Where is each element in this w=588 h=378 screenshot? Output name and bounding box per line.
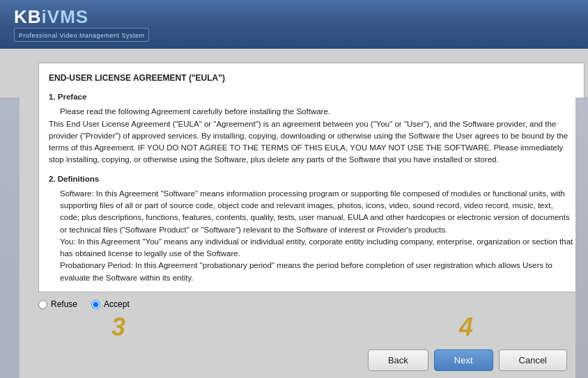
eula-section-2: 2. Definitions Software: In this Agreeme… — [49, 173, 574, 284]
logo-kb: KB — [14, 6, 42, 27]
step-3-number: 3 — [111, 313, 125, 342]
radio-group: Refuse Accept — [38, 299, 130, 309]
eula-section-2-p2: You: In this Agreement "You" means any i… — [60, 236, 574, 260]
content-wrapper: END-USER LICENSE AGREEMENT ("EULA") 1. P… — [24, 63, 571, 368]
side-decoration-left — [0, 97, 20, 378]
side-decoration-right — [575, 97, 588, 378]
logo-ivms: iVMS — [42, 6, 89, 27]
logo-subtitle: Professional Video Management System — [19, 32, 144, 39]
step-4-number: 4 — [459, 313, 473, 342]
accept-radio[interactable] — [91, 300, 100, 309]
eula-section-1-p1: Please read the following Agreement care… — [60, 106, 574, 118]
refuse-label: Refuse — [51, 299, 77, 309]
logo-subtitle-badge: Professional Video Management System — [14, 28, 149, 42]
accept-option[interactable]: Accept — [91, 299, 130, 309]
bottom-button-bar: Back Next Cancel — [368, 349, 567, 371]
accept-label: Accept — [104, 299, 130, 309]
eula-section-2-heading: 2. Definitions — [49, 173, 574, 185]
eula-section-2-p3: Probationary Period: In this Agreement "… — [60, 260, 574, 284]
eula-section-1: 1. Preface Please read the following Agr… — [49, 91, 574, 166]
main-content: END-USER LICENSE AGREEMENT ("EULA") 1. P… — [0, 49, 588, 378]
eula-title: END-USER LICENSE AGREEMENT ("EULA") — [49, 72, 574, 84]
eula-section-3: 3. Software Permit On the condition that… — [49, 291, 574, 292]
header-bar: KBiVMS Professional Video Management Sys… — [0, 0, 588, 49]
eula-section-1-heading: 1. Preface — [49, 91, 574, 103]
eula-textbox[interactable]: END-USER LICENSE AGREEMENT ("EULA") 1. P… — [38, 63, 585, 292]
refuse-option[interactable]: Refuse — [38, 299, 77, 309]
next-button[interactable]: Next — [434, 349, 493, 371]
refuse-radio[interactable] — [38, 300, 47, 309]
eula-section-3-heading: 3. Software Permit — [49, 291, 574, 292]
cancel-button[interactable]: Cancel — [499, 349, 567, 371]
logo-text: KBiVMS — [14, 8, 88, 26]
logo-container: KBiVMS Professional Video Management Sys… — [14, 8, 149, 42]
eula-section-1-p2: This End User License Agreement ("EULA" … — [49, 118, 574, 166]
eula-section-2-p1: Software: In this Agreement "Software" m… — [60, 188, 574, 236]
back-button[interactable]: Back — [368, 349, 428, 371]
